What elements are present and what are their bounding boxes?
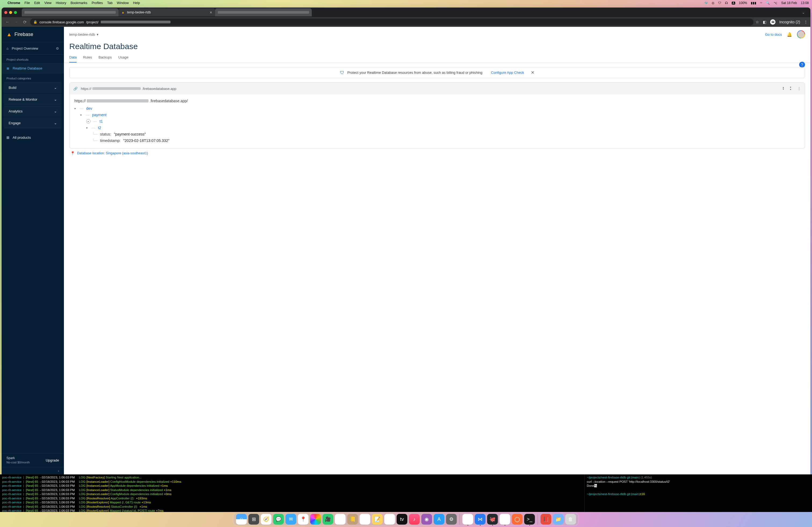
dock-app-postman[interactable]: ◯ [512, 514, 523, 525]
menu-bookmarks[interactable]: Bookmarks [71, 1, 88, 5]
control-center-icon[interactable]: ⌥ [773, 1, 777, 5]
menu-tab[interactable]: Tab [107, 1, 113, 5]
menu-edit[interactable]: Edit [34, 1, 40, 5]
menu-help[interactable]: Help [133, 1, 140, 5]
chrome-menu-icon[interactable]: ⋮ [804, 20, 808, 24]
side-panel-icon[interactable]: ◧ [763, 20, 766, 24]
tab-rules[interactable]: Rules [83, 55, 92, 62]
dock-app-launchpad[interactable]: ⊞ [248, 514, 259, 525]
nav-back-button[interactable]: ← [4, 19, 11, 25]
tree-node-payment[interactable]: ▾—payment [74, 111, 800, 118]
window-fullscreen-button[interactable] [14, 11, 17, 14]
db-root-url[interactable]: https://.firebasedatabase.app/ [74, 99, 800, 103]
browser-tab-2-active[interactable]: ▲ temp-bedee-rtdb ✕ [118, 8, 215, 16]
spotlight-icon[interactable]: 🔍 [766, 1, 770, 5]
input-source-icon[interactable]: A [732, 2, 735, 4]
banner-dismiss-button[interactable]: ✕ [531, 70, 534, 75]
collapse-icon[interactable]: ▾ [74, 107, 77, 110]
tab-close-button[interactable]: ✕ [209, 11, 213, 15]
dock-app-vscode[interactable]: ⋈ [475, 514, 485, 525]
dock-app-chrome[interactable]: ◉ [462, 514, 473, 525]
tree-leaf-timestamp[interactable]: └─timedstamp: "2023-02-18T13:07:05.332" [74, 137, 800, 144]
account-avatar[interactable] [797, 30, 805, 39]
browser-tab-1[interactable] [22, 8, 118, 16]
sidebar-collapse-button[interactable]: ‹ [2, 467, 64, 475]
project-settings-gear-icon[interactable]: ⚙ [56, 46, 59, 50]
dock-app-finder[interactable]: ☺ [236, 514, 247, 525]
dock-app-trash[interactable]: 🗑 [565, 514, 576, 525]
firebase-logo[interactable]: ▲ Firebase [2, 27, 64, 42]
dock-app-downloads[interactable]: 📁 [553, 514, 564, 525]
window-close-button[interactable] [4, 11, 7, 14]
collapse-icon[interactable]: ▾ [86, 126, 89, 129]
sidebar-cat-release[interactable]: Release & Monitor⌄ [4, 94, 62, 105]
sidebar-cat-engage[interactable]: Engage⌄ [4, 117, 62, 129]
expand-icon[interactable]: ▸ [86, 119, 90, 123]
go-to-docs-link[interactable]: Go to docs [765, 32, 782, 36]
sidebar-item-realtime-database[interactable]: ≣ Realtime Database [2, 63, 64, 74]
configure-app-check-link[interactable]: Configure App Check [491, 71, 524, 75]
menu-time[interactable]: 13:08 [801, 1, 809, 5]
dock-app-mail[interactable]: ✉ [286, 514, 296, 525]
dock-app-facetime[interactable]: 🎥 [322, 514, 333, 525]
tree-node-dev[interactable]: ▾—dev [74, 105, 800, 111]
menu-history[interactable]: History [56, 1, 66, 5]
browser-tab-3[interactable] [215, 8, 312, 16]
dock-app-freeform[interactable]: 〰 [384, 514, 395, 525]
nav-forward-button[interactable]: → [13, 19, 19, 25]
expand-all-icon[interactable]: ▴▾ [783, 86, 784, 91]
tab-backups[interactable]: Backups [99, 55, 112, 62]
sidebar-cat-build[interactable]: Build⌄ [4, 82, 62, 93]
dock-app-photos[interactable] [310, 514, 321, 525]
dock-app-iterm[interactable]: >_ [524, 514, 535, 525]
menu-view[interactable]: View [44, 1, 52, 5]
dock-app-podcasts[interactable]: ◉ [421, 514, 432, 525]
database-url[interactable]: https://.firebasedatabase.app [81, 87, 176, 91]
tree-node-t1[interactable]: ▸—t1 [74, 118, 800, 124]
sidebar-all-products[interactable]: ⊞ All products [2, 132, 64, 143]
terminal-left-pane[interactable]: poc-rlt-service | [Nest] 65 - 02/18/2023… [0, 475, 584, 512]
dock-app-calendar[interactable]: FEB18 [335, 514, 346, 525]
menu-window[interactable]: Window [117, 1, 129, 5]
project-overview-link[interactable]: ⌂ Project Overview ⚙ [2, 42, 64, 55]
app-menu[interactable]: Chrome [8, 1, 20, 5]
address-bar[interactable]: 🔒 console.firebase.google.com/project/ [30, 18, 753, 26]
window-minimize-button[interactable] [9, 11, 12, 14]
dock-app-slack[interactable]: # [499, 514, 510, 525]
tree-leaf-status[interactable]: └─status: "payment-success" [74, 131, 800, 137]
dock-app-music[interactable]: ♪ [409, 514, 420, 525]
dock-app-pdf[interactable]: 📕 [540, 514, 551, 525]
nav-reload-button[interactable]: ⟳ [21, 19, 28, 25]
tree-node-t2[interactable]: ▾—t2 [74, 124, 800, 131]
battery-icon[interactable]: ▮▮▮ [751, 1, 756, 5]
upgrade-button[interactable]: Upgrade [46, 458, 59, 462]
dock-app-notes[interactable]: 📝 [372, 514, 383, 525]
fingerprint-icon[interactable]: ☊ [725, 1, 728, 5]
docker-menu-icon[interactable]: 🐳 [704, 1, 708, 5]
bookmark-star-icon[interactable]: ☆ [756, 20, 759, 24]
dock-app-messages[interactable]: 💬 [273, 514, 284, 525]
tab-usage[interactable]: Usage [118, 55, 129, 62]
collapse-all-icon[interactable]: ▾▴ [790, 86, 791, 91]
dock-app-contacts[interactable]: 📒 [347, 514, 358, 525]
dock-app-settings[interactable]: ⚙ [446, 514, 457, 525]
menu-file[interactable]: File [25, 1, 30, 5]
menu-date[interactable]: Sat 18 Feb [781, 1, 797, 5]
creative-cloud-icon[interactable]: ◎ [712, 1, 714, 5]
dock-app-tv[interactable]: tv [396, 514, 407, 525]
terminal-right-pane[interactable]: ~/projects/nest-firebase-rltdb git:(main… [584, 475, 812, 512]
tab-list-button[interactable]: ⌄ [799, 10, 808, 15]
tab-data[interactable]: Data [69, 55, 76, 62]
more-options-icon[interactable]: ⋮ [797, 86, 801, 91]
dock-app-appstore[interactable]: A [434, 514, 445, 525]
incognito-icon[interactable]: 🕶 [770, 19, 775, 25]
dock-app-safari[interactable]: 🧭 [261, 514, 272, 525]
wifi-icon[interactable]: ⌔ [760, 1, 762, 5]
dock-app-reminders[interactable]: ☑ [360, 514, 370, 525]
collapse-icon[interactable]: ▾ [80, 114, 83, 117]
project-selector[interactable]: temp-bedee-rtdb ▾ [69, 32, 99, 36]
dock-app-maps[interactable]: 📍 [298, 514, 308, 525]
menu-profiles[interactable]: Profiles [91, 1, 103, 5]
notifications-bell-icon[interactable]: 🔔 [787, 32, 792, 37]
sidebar-cat-analytics[interactable]: Analytics⌄ [4, 105, 62, 117]
